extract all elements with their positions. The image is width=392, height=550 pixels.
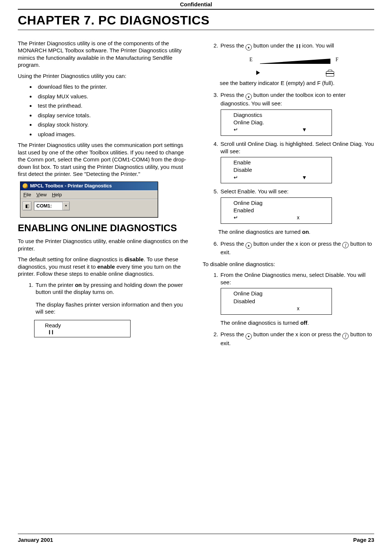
lcd-line: Online Diag [234,290,328,297]
lcd-disabled: Online Diag Disabled x [221,288,332,314]
step-1: Turn the printer on by pressing and hold… [35,281,190,315]
disable-step-2: Press the button under the x icon or pre… [220,331,375,347]
label-empty: E [250,56,253,63]
chapter-title: CHAPTER 7. PC DIAGNOSTICS [18,12,374,28]
step-3: Press the button under the toolbox icon … [220,91,375,136]
down-triangle-icon: ▼ [302,174,307,181]
text: From the Online Diagnostics menu, select… [221,272,366,285]
enable-steps-left: Turn the printer on by pressing and hold… [18,281,190,315]
enable-steps-right: Press the button under the ❙❙ icon. You … [203,42,375,256]
two-column-body: The Printer Diagnostics utility is one o… [18,30,374,534]
text: . [309,229,310,235]
right-column: Press the button under the ❙❙ icon. You … [203,40,375,534]
toolbox-title: MPCL Toolbox - Printer Diagnostics [30,183,112,189]
menu-view[interactable]: View [36,192,47,198]
feed-button-icon [342,242,349,248]
toolbar-button-icon[interactable]: ◧ [23,202,32,210]
disable-intro: To disable online diagnostics: [203,261,375,268]
pause-icon: ❙❙ [296,44,301,48]
com-port-select[interactable]: COM1: [34,202,70,210]
section-enabling-online-diag: ENABLING ONLINE DIAGNOSTICS [18,223,190,234]
pause-icon: ❙❙ [45,329,126,335]
lcd-line: Ready [45,322,126,329]
svg-marker-0 [260,59,330,64]
step-5: Select Enable. You will see: Online Diag… [220,188,375,235]
text: Select Enable. You will see: [221,188,289,194]
text: icon. You will [302,42,334,49]
text-bold: enable [97,263,115,270]
list-item: test the printhead. [36,102,190,109]
label-full: F [336,56,339,63]
toolbox-window: MPCL Toolbox - Printer Diagnostics File … [20,181,158,218]
enter-icon: ↵ [234,214,238,221]
disable-step-1: From the Online Diagnostics menu, select… [220,271,375,326]
menu-help[interactable]: Help [52,192,62,198]
list-item: display MUX values. [36,93,190,100]
list-item: download files to the printer. [36,83,190,91]
footer-date: January 2001 [18,536,53,544]
text: The default setting for online diagnosti… [18,256,125,262]
step-1-sub: The display flashes printer version info… [36,301,190,315]
text: The online diagnostics are turned [218,229,302,235]
list-item: display stock history. [36,121,190,128]
text-bold: disable [125,256,144,262]
text: button under the x icon or press the [252,331,342,337]
lcd-line: Online Diag [234,199,328,207]
up-triangle-button-icon [246,333,252,340]
toolbox-titlebar: MPCL Toolbox - Printer Diagnostics [20,182,158,190]
rule-top [18,9,374,10]
enable-p2: The default setting for online diagnosti… [18,256,190,278]
disable-steps: From the Online Diagnostics menu, select… [203,271,375,347]
lcd-enabled: Online Diag Enabled ↵ x [221,197,332,224]
chevron-down-icon[interactable] [62,202,69,210]
battery-wedge-icon [260,59,330,64]
text: button under the x icon or press the [252,240,342,247]
text: Scroll until Online Diag. is highlighted… [221,141,374,154]
text: The online diagnostics is turned [221,320,300,326]
menu-file[interactable]: File [23,192,31,198]
text: Turn the printer [36,282,75,288]
intro-p3: The Printer Diagnostics utility uses the… [18,141,190,178]
step-2-result: see the battery indicator E (empty) and … [220,79,375,87]
list-item: display service totals. [36,112,190,119]
footer-page: Page 23 [353,536,374,544]
intro-p2: Using the Printer Diagnostics utility yo… [18,72,190,80]
capabilities-list: download files to the printer. display M… [18,83,190,138]
text-bold: on [75,282,82,288]
header-confidential: Confidential [18,1,374,9]
lcd-line: Enabled [234,207,328,214]
footer: January 2001 Page 23 [18,534,374,550]
up-triangle-button-icon [246,94,252,100]
lcd-line: Disable [234,166,328,174]
text: Press the [221,331,246,337]
text: button under the [252,42,296,49]
left-column: The Printer Diagnostics utility is one o… [18,40,190,534]
step-5-result: The online diagnostics are turned on. [218,228,375,236]
text: Press the [221,42,246,49]
up-triangle-button-icon [246,242,252,249]
text: Press the [221,240,246,247]
step-6: Press the button under the x icon or pre… [220,240,375,256]
down-triangle-icon: ▼ [302,126,307,133]
list-item: upload images. [36,131,190,138]
play-triangle-icon [256,71,260,75]
disable-step-1-result: The online diagnostics is turned off. [221,319,375,327]
text: Press the [221,92,246,98]
step-4: Scroll until Online Diag. is highlighted… [220,140,375,183]
x-icon: x [297,305,300,312]
lcd-line: Disabled [234,298,328,305]
enter-icon: ↵ [234,174,238,181]
text: . [307,320,309,326]
step-2: Press the button under the ❙❙ icon. You … [220,42,375,87]
toolbox-menubar: File View Help [20,190,158,200]
text-bold: off [300,320,307,326]
lcd-enable-disable: Enable Disable ↵ ▼ [221,157,332,183]
enter-icon: ↵ [234,126,238,133]
enable-p1: To use the Printer Diagnostics utility, … [18,238,190,252]
toolbox-app-icon [23,183,28,189]
toolbox-icon [326,71,334,76]
lcd-line: Diagnostics [234,111,328,119]
text-bold: on [302,229,309,235]
x-icon: x [297,214,300,221]
com-port-value: COM1: [34,203,62,209]
